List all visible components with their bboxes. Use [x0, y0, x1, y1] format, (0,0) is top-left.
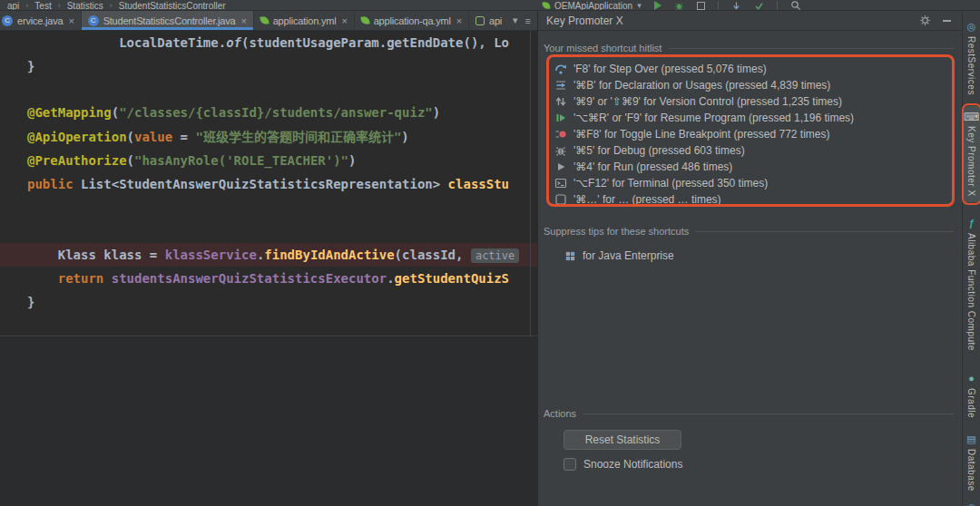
shortcut-list-item[interactable]: '⌘5' for Debug (pressed 603 times) — [551, 142, 950, 159]
run-configuration-label: OEMApiApplication — [554, 1, 632, 11]
tab-api[interactable]: api — [469, 11, 509, 30]
gradle-icon — [968, 374, 975, 384]
tab-label: StudentStatisticsController.java — [103, 15, 236, 26]
code-token: @PreAuthorize — [27, 153, 127, 168]
stop-icon[interactable] — [697, 2, 705, 10]
gear-icon[interactable] — [917, 14, 932, 28]
rest-services-icon — [967, 22, 976, 33]
stripe-button-notifications[interactable] — [964, 497, 980, 506]
code-token: ( — [127, 130, 134, 144]
vcs-commit-icon[interactable] — [754, 1, 764, 11]
shortcut-list-item[interactable]: '⌥⌘R' or 'F9' for Resume Program (presse… — [551, 110, 950, 126]
tool-window-body: Your missed shortcut hitlist 'F8' for St… — [538, 31, 962, 505]
code-line[interactable]: } — [0, 54, 537, 78]
breadcrumb-item[interactable]: Statistics — [67, 1, 103, 11]
tool-window-header: Key Promoter X — [538, 11, 962, 31]
java-enterprise-icon — [564, 249, 576, 262]
stripe-button-key-promoter-x[interactable]: Key Promoter X — [964, 106, 980, 202]
separator-line — [669, 48, 954, 49]
code-line[interactable]: @PreAuthorize("hasAnyRole('ROLE_TEACHER'… — [0, 149, 537, 172]
snooze-notifications-checkbox[interactable] — [564, 458, 576, 471]
run-configuration-select[interactable]: OEMApiApplication ▾ — [543, 1, 642, 11]
toolbar-separator — [777, 1, 778, 10]
tab-application-yml[interactable]: application.yml × — [254, 11, 355, 30]
reset-statistics-button[interactable]: Reset Statistics — [564, 430, 681, 450]
database-icon — [966, 434, 975, 445]
code-token: LocalDateTime. — [27, 35, 226, 50]
tab-student-statistics-controller[interactable]: StudentStatisticsController.java × — [82, 11, 254, 30]
ide-window: api › Test › Statistics › StudentStatist… — [0, 0, 980, 506]
code-line[interactable]: @ApiOperation(value = "班级学生的答题时间和正确率统计") — [0, 125, 537, 149]
stripe-button-database[interactable]: Database — [964, 429, 980, 497]
shortcut-label: '⌘9' or '⇧⌘9' for Version Control (press… — [573, 95, 842, 108]
shortcut-list-item[interactable]: '⌘B' for Declaration or Usages (pressed … — [551, 77, 950, 93]
chevron-down-icon[interactable]: ▾ — [513, 15, 518, 26]
tool-window-stripe: RestServices Key Promoter X Alibaba Func… — [962, 11, 980, 506]
breadcrumb-item[interactable]: StudentStatisticsController — [119, 1, 226, 11]
code-line[interactable]: return studentsAnswerQuizStatisticsExecu… — [0, 267, 537, 290]
editor-tab-bar: ervice.java × StudentStatisticsControlle… — [0, 11, 537, 31]
code-token: ) — [348, 153, 356, 168]
toolbar-run-controls: OEMApiApplication ▾ — [543, 0, 980, 11]
bottom-tool-panel — [0, 336, 537, 506]
code-token: "hasAnyRole('ROLE_TEACHER')" — [134, 153, 348, 168]
stripe-button-alibaba-function-compute[interactable]: Alibaba Function Compute — [964, 213, 980, 356]
alibaba-function-compute-icon — [968, 219, 974, 229]
suppressed-shortcut-item[interactable]: for Java Enterprise — [564, 248, 674, 263]
shortcut-label: '⌥⌘R' or 'F9' for Resume Program (presse… — [573, 112, 854, 124]
suppress-section-separator: Suppress tips for these shortcuts — [544, 225, 954, 238]
stripe-button-gradle[interactable]: Gradle — [964, 368, 980, 423]
code-token: findByIdAndActive — [264, 248, 394, 262]
code-line[interactable]: LocalDateTime.of(studentUsageParam.getEn… — [0, 31, 537, 54]
tab-application-qa-yml[interactable]: application-qa.yml × — [355, 11, 469, 30]
shortcut-list-item[interactable]: '⌘F8' for Toggle Line Breakpoint (presse… — [551, 126, 950, 142]
code-line[interactable]: } — [0, 290, 537, 314]
spring-boot-icon — [542, 1, 550, 9]
breadcrumb-separator: › — [25, 1, 28, 10]
missed-shortcut-list: 'F8' for Step Over (pressed 5,076 times)… — [551, 61, 950, 204]
tab-service-java[interactable]: ervice.java × — [0, 11, 82, 30]
parameter-hint: active — [471, 248, 519, 263]
code-token: @ApiOperation — [27, 130, 127, 144]
breadcrumb-item[interactable]: api — [7, 1, 19, 11]
tab-label: application.yml — [273, 15, 337, 26]
close-icon[interactable]: × — [456, 15, 462, 26]
debug-icon[interactable] — [674, 1, 684, 11]
key-promoter-tool-window: Key Promoter X Your missed shortcut hitl… — [537, 11, 962, 506]
code-token: ) — [401, 130, 408, 144]
stripe-label: Key Promoter X — [966, 126, 976, 197]
shortcut-list-item[interactable]: '⌘4' for Run (pressed 486 times) — [551, 159, 950, 175]
resume-icon — [554, 112, 567, 124]
minimize-icon[interactable] — [939, 14, 954, 28]
close-icon[interactable]: × — [240, 15, 246, 26]
code-token: List<StudentAnswerQuizStatisticsRepresen… — [81, 177, 448, 191]
code-editor[interactable]: LocalDateTime.of(studentUsageParam.getEn… — [0, 31, 537, 336]
search-icon[interactable] — [790, 0, 801, 11]
stripe-label: RestServices — [966, 36, 976, 95]
shortcut-list-item-clipped[interactable]: '⌘…' for … (pressed … times) — [551, 191, 950, 204]
code-token: ( — [127, 153, 134, 168]
tab-label: application-qa.yml — [374, 15, 451, 26]
code-line[interactable]: @GetMapping("/classes/{classId}/students… — [0, 101, 537, 124]
code-token: of — [226, 35, 241, 50]
breadcrumb-item[interactable]: Test — [34, 1, 51, 11]
code-token: @GetMapping — [27, 105, 112, 120]
spring-config-icon — [260, 15, 269, 24]
stripe-button-rest-services[interactable]: RestServices — [964, 16, 980, 101]
suppressed-shortcut-label: for Java Enterprise — [583, 249, 674, 262]
close-icon[interactable]: × — [341, 15, 347, 26]
code-token: studentsAnswerQuizStatisticsExecutor — [112, 271, 387, 286]
tab-menu-icon[interactable]: ≡ — [525, 15, 531, 26]
snooze-notifications-label: Snooze Notifications — [583, 458, 682, 471]
code-line-highlighted[interactable]: Klass klass = klassService.findByIdAndAc… — [0, 243, 537, 267]
close-icon[interactable]: × — [68, 15, 74, 26]
shortcut-list-item[interactable]: '⌥F12' for Terminal (pressed 350 times) — [551, 175, 950, 191]
code-token: ) — [433, 105, 440, 120]
shortcut-list-item[interactable]: '⌘9' or '⇧⌘9' for Version Control (press… — [551, 93, 950, 110]
breadcrumb: api › Test › Statistics › StudentStatist… — [7, 0, 226, 11]
shortcut-list-item[interactable]: 'F8' for Step Over (pressed 5,076 times) — [551, 61, 950, 77]
code-line[interactable]: public List<StudentAnswerQuizStatisticsR… — [0, 172, 537, 196]
vcs-update-icon[interactable] — [731, 1, 741, 11]
run-icon[interactable] — [654, 1, 662, 10]
separator-line — [583, 414, 954, 414]
